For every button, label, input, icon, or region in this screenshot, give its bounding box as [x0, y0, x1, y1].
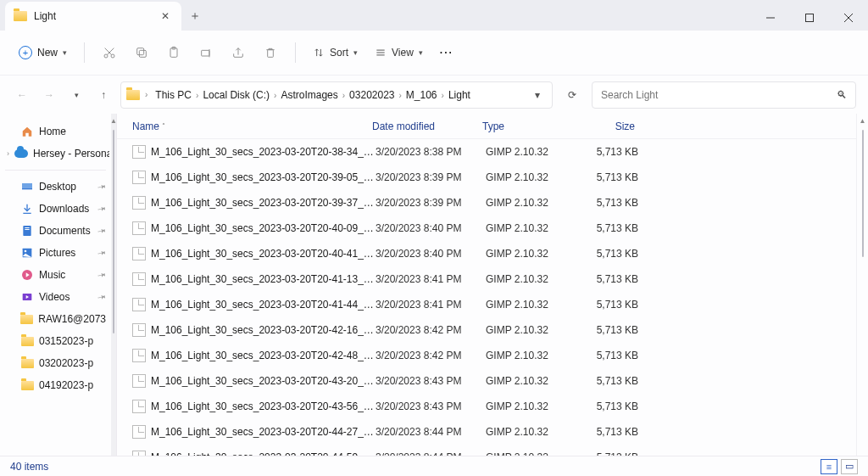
- breadcrumb-item[interactable]: 03202023: [347, 87, 397, 103]
- recent-chevron[interactable]: ▾: [66, 85, 86, 105]
- file-row[interactable]: M_106_Light_30_secs_2023-03-20T20-42-16_…: [117, 317, 856, 343]
- nav-label: 03152023-p: [39, 335, 93, 347]
- svg-rect-19: [23, 226, 31, 236]
- tab-current[interactable]: Light ✕: [5, 2, 181, 31]
- nav-label: Music: [39, 269, 65, 281]
- nav-item[interactable]: ›RAW16@2073: [2, 308, 109, 330]
- nav-item[interactable]: ›04192023-p: [2, 374, 109, 396]
- close-button[interactable]: [829, 5, 868, 31]
- file-date: 3/20/2023 8:42 PM: [376, 350, 486, 361]
- file-row[interactable]: M_106_Light_30_secs_2023-03-20T20-40-09_…: [117, 216, 856, 241]
- new-tab-button[interactable]: ＋: [181, 2, 209, 31]
- file-date: 3/20/2023 8:42 PM: [376, 324, 486, 336]
- file-row[interactable]: M_106_Light_30_secs_2023-03-20T20-41-44_…: [117, 292, 856, 317]
- col-name[interactable]: Name˄: [132, 120, 372, 132]
- file-row[interactable]: M_106_Light_30_secs_2023-03-20T20-38-34_…: [117, 139, 856, 165]
- nav-item[interactable]: ›03202023-p: [2, 352, 109, 374]
- file-row[interactable]: M_106_Light_30_secs_2023-03-20T20-39-05_…: [117, 165, 856, 190]
- status-bar: 40 items ≡ ▭: [0, 456, 868, 476]
- search-input[interactable]: [601, 89, 837, 101]
- file-row[interactable]: M_106_Light_30_secs_2023-03-20T20-43-20_…: [117, 368, 856, 394]
- nav-item[interactable]: ›Hersey - Personal: [2, 143, 109, 165]
- file-row[interactable]: M_106_Light_30_secs_2023-03-20T20-40-41_…: [117, 241, 856, 266]
- breadcrumb-item[interactable]: M_106: [403, 87, 440, 103]
- more-button[interactable]: ···: [433, 43, 460, 62]
- address-bar-row: ← → ▾ ↑ › This PC›Local Disk (C:)›AstroI…: [0, 75, 868, 114]
- file-size: 5,713 KB: [579, 197, 638, 209]
- file-type: GIMP 2.10.32: [486, 273, 579, 285]
- thumbnails-view-toggle[interactable]: ▭: [841, 459, 858, 474]
- minimize-button[interactable]: [751, 5, 790, 31]
- file-type: GIMP 2.10.32: [486, 350, 579, 361]
- list-scroll-thumb[interactable]: [862, 130, 864, 257]
- file-name: M_106_Light_30_secs_2023-03-20T20-39-05_…: [151, 171, 376, 183]
- file-row[interactable]: M_106_Light_30_secs_2023-03-20T20-41-13_…: [117, 266, 856, 292]
- copy-button[interactable]: [127, 38, 156, 67]
- nav-item[interactable]: ›Downloads📌︎: [2, 198, 109, 220]
- new-button[interactable]: + New ▾: [12, 42, 74, 63]
- breadcrumb-sep[interactable]: ›: [398, 91, 403, 100]
- file-icon: [132, 374, 146, 388]
- folder-icon: [19, 312, 33, 326]
- back-button[interactable]: ←: [12, 85, 32, 105]
- folder-icon: [20, 356, 34, 370]
- file-row[interactable]: M_106_Light_30_secs_2023-03-20T20-44-59_…: [117, 445, 856, 456]
- nav-item[interactable]: ›Desktop📌︎: [2, 176, 109, 198]
- nav-item[interactable]: ›03152023-p: [2, 330, 109, 352]
- chevron-down-icon: ▾: [353, 48, 358, 57]
- col-size[interactable]: Size: [576, 120, 635, 132]
- breadcrumb-item[interactable]: AstroImages: [278, 87, 340, 103]
- nav-label: Home: [39, 126, 66, 137]
- share-button[interactable]: [224, 38, 253, 67]
- tab-close-button[interactable]: ✕: [158, 8, 173, 24]
- search-box[interactable]: 🔍︎: [592, 81, 856, 109]
- search-icon[interactable]: 🔍︎: [837, 89, 847, 101]
- nav-scroll-thumb[interactable]: [113, 130, 114, 333]
- maximize-button[interactable]: [790, 5, 829, 31]
- folder-icon: [20, 334, 34, 348]
- file-name: M_106_Light_30_secs_2023-03-20T20-44-27_…: [151, 426, 376, 438]
- folder-icon: [126, 90, 140, 100]
- list-scrollbar[interactable]: ▲: [856, 114, 868, 456]
- cut-button[interactable]: [95, 38, 124, 67]
- new-label: New: [37, 47, 58, 59]
- address-bar[interactable]: › This PC›Local Disk (C:)›AstroImages›03…: [120, 81, 553, 109]
- nav-item[interactable]: ›Home: [2, 120, 109, 143]
- file-icon: [132, 196, 146, 210]
- file-size: 5,713 KB: [579, 171, 638, 183]
- nav-scrollbar[interactable]: ▲: [111, 114, 116, 456]
- divider: [295, 42, 296, 63]
- file-row[interactable]: M_106_Light_30_secs_2023-03-20T20-42-48_…: [117, 343, 856, 368]
- breadcrumb-item[interactable]: Light: [446, 87, 473, 103]
- window-controls: [751, 5, 868, 31]
- view-button[interactable]: View ▾: [368, 43, 430, 62]
- breadcrumb-sep[interactable]: ›: [341, 91, 347, 100]
- col-type[interactable]: Type: [482, 120, 576, 132]
- refresh-button[interactable]: ⟳: [559, 81, 585, 109]
- forward-button[interactable]: →: [39, 85, 59, 105]
- breadcrumb-sep[interactable]: ›: [143, 90, 149, 99]
- command-bar: + New ▾ Sort ▾ View ▾ ···: [0, 31, 868, 75]
- svg-rect-21: [25, 229, 29, 230]
- file-row[interactable]: M_106_Light_30_secs_2023-03-20T20-43-56_…: [117, 394, 856, 419]
- breadcrumb-item[interactable]: Local Disk (C:): [200, 87, 272, 103]
- breadcrumb-item[interactable]: This PC: [153, 87, 194, 103]
- breadcrumb-sep[interactable]: ›: [440, 91, 446, 100]
- file-row[interactable]: M_106_Light_30_secs_2023-03-20T20-44-27_…: [117, 419, 856, 445]
- nav-item[interactable]: ›Music📌︎: [2, 264, 109, 286]
- col-date[interactable]: Date modified: [372, 120, 482, 132]
- paste-button[interactable]: [159, 38, 188, 67]
- nav-item[interactable]: ›Pictures📌︎: [2, 242, 109, 264]
- file-name: M_106_Light_30_secs_2023-03-20T20-43-20_…: [151, 375, 376, 387]
- rename-button[interactable]: [192, 38, 220, 67]
- delete-button[interactable]: [256, 38, 285, 67]
- address-dropdown[interactable]: ▾: [528, 89, 547, 101]
- nav-item[interactable]: ›Documents📌︎: [2, 220, 109, 242]
- file-row[interactable]: M_106_Light_30_secs_2023-03-20T20-39-37_…: [117, 190, 856, 216]
- nav-item[interactable]: ›Videos📌︎: [2, 286, 109, 308]
- up-button[interactable]: ↑: [93, 85, 114, 105]
- file-date: 3/20/2023 8:41 PM: [376, 299, 486, 311]
- file-icon: [132, 349, 146, 362]
- sort-button[interactable]: Sort ▾: [306, 43, 364, 62]
- details-view-toggle[interactable]: ≡: [821, 459, 837, 474]
